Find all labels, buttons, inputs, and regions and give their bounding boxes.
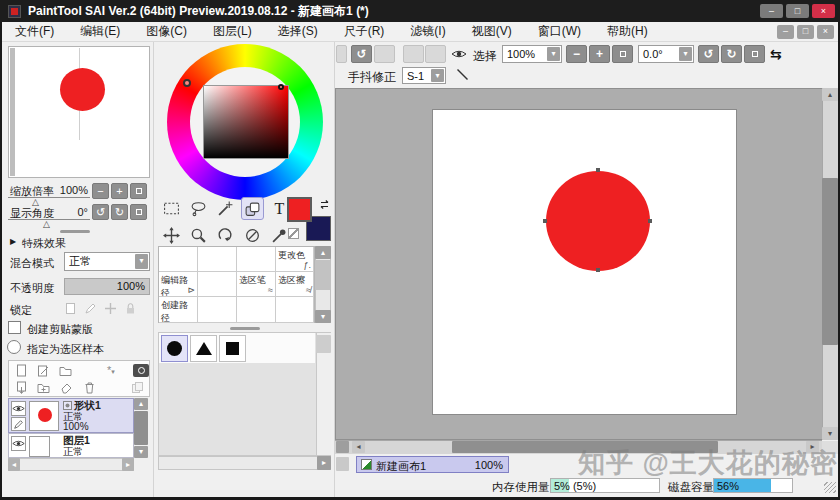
new-layer-icon[interactable] [15,364,29,377]
document-tab[interactable]: 新建画布1 100% [356,456,509,473]
shape-handle-top[interactable] [596,168,600,172]
lock-pencil-icon[interactable] [84,302,97,315]
tool-cell-empty[interactable] [159,247,198,272]
undo-button[interactable]: ↺ [351,45,372,63]
tool-list-scrollbar-thumb[interactable] [315,260,331,290]
navigator-preview[interactable] [8,46,150,178]
selection-preview-icon[interactable] [451,48,467,60]
shape-item-triangle[interactable] [190,335,217,362]
shape-palette-scroll-right-button[interactable]: ▸ [317,456,331,470]
shape-palette-scrollbar-thumb[interactable] [316,335,331,353]
layers-scroll-left-button[interactable]: ◂ [8,458,20,471]
panel-toggle-button[interactable] [336,45,347,63]
viewport-scroll-up-button[interactable]: ▴ [822,88,838,101]
zoom-reset-button[interactable] [130,183,147,199]
layer-mask-button[interactable] [133,364,149,377]
reset-view-tool-button[interactable] [241,224,264,247]
menu-window[interactable]: 窗口(W) [525,22,594,41]
canvas-rotate-ccw-button[interactable]: ↺ [698,45,719,63]
menu-filter[interactable]: 滤镜(I) [397,22,458,41]
angle-slider-marker[interactable]: △ [43,220,50,228]
tool-cell-empty[interactable] [198,272,237,297]
new-folder-icon[interactable] [59,364,73,377]
opacity-slider[interactable]: 100% [64,278,150,295]
minimize-button[interactable]: – [760,4,783,18]
clear-layer-icon[interactable] [59,381,73,394]
menu-view[interactable]: 视图(V) [459,22,525,41]
panel-divider-grip[interactable] [230,327,260,330]
lock-paper-icon[interactable] [64,302,77,315]
flip-horizontal-icon[interactable]: ⇆ [770,46,782,62]
new-sketch-layer-icon[interactable] [37,364,51,377]
menu-edit[interactable]: 编辑(E) [67,22,133,41]
rotate-view-tool-button[interactable] [214,224,237,247]
layers-scroll-up-button[interactable]: ▴ [134,398,148,410]
layer-visibility-toggle[interactable] [11,401,26,416]
close-button[interactable]: × [812,4,835,18]
selection-sample-radio[interactable] [7,340,21,354]
tool-change-color[interactable]: 更改色ƒ. [276,247,314,272]
layer-effect-icon[interactable]: *▾ [107,364,115,376]
chevron-down-icon[interactable]: ▾ [431,69,444,82]
panel-divider-grip[interactable] [60,230,90,233]
chevron-down-icon[interactable]: ▾ [547,47,560,61]
tool-cell-empty[interactable] [276,297,314,323]
viewport-scroll-left-button[interactable]: ◂ [352,441,365,453]
tab-scroll-button[interactable] [336,457,349,471]
marquee-tool-button[interactable] [160,197,183,220]
tool-edit-path[interactable]: 编辑路径⊳ [159,272,198,297]
clipping-mask-checkbox[interactable] [8,321,21,334]
lock-move-icon[interactable] [104,302,117,315]
shape-handle-right[interactable] [648,219,652,223]
menu-file[interactable]: 文件(F) [2,22,67,41]
delete-layer-icon[interactable] [83,381,97,394]
layers-scroll-down-button[interactable]: ▾ [134,446,148,458]
merge-folder-icon[interactable] [37,381,51,394]
angle-reset-button[interactable] [130,204,147,220]
menu-select[interactable]: 选择(S) [265,22,331,41]
sv-marker[interactable] [278,84,284,90]
canvas-rotate-cw-button[interactable]: ↻ [721,45,742,63]
new-view-button[interactable] [336,441,349,453]
rotate-cw-button[interactable]: ↻ [111,204,128,220]
layers-scrollbar-thumb[interactable] [134,411,148,445]
shape-palette-hscrollbar-track[interactable] [158,456,331,470]
menu-help[interactable]: 帮助(H) [594,22,661,41]
line-stroke-icon[interactable] [456,68,469,81]
blend-mode-select[interactable]: 正常 ▾ [64,252,150,271]
viewport-vscrollbar-thumb[interactable] [822,178,838,345]
layer-visibility-toggle[interactable] [11,436,26,451]
layer-item-layer1[interactable]: 图层1 正常 [8,433,134,458]
special-effects-header[interactable]: 特殊效果 [22,236,66,251]
menu-layer[interactable]: 图层(L) [200,22,265,41]
chevron-down-icon[interactable]: ▾ [679,47,692,61]
transparent-color-button[interactable] [288,228,299,239]
maximize-button[interactable]: □ [786,4,809,18]
tool-cell-empty[interactable] [237,297,276,323]
shape-handle-bottom[interactable] [596,268,600,272]
deselect-button[interactable] [403,45,424,63]
swap-colors-icon[interactable] [319,198,332,211]
mdi-restore-button[interactable]: □ [797,25,814,39]
tool-selection-eraser[interactable]: 选区擦≉ [276,272,314,297]
navigator-zoom-slider[interactable] [8,197,90,198]
stabilizer-combo[interactable]: S-1 ▾ [402,67,446,84]
tool-create-path[interactable]: 创建路径 [159,297,198,323]
shape-item-circle[interactable] [161,335,188,362]
foreground-color-swatch[interactable] [287,197,312,222]
saturation-value-square[interactable] [203,85,289,159]
canvas-angle-combo[interactable]: 0.0° ▾ [638,45,694,63]
chevron-down-icon[interactable]: ▾ [135,254,148,269]
shape-item-square[interactable] [219,335,246,362]
zoom-in-button[interactable]: + [111,183,128,199]
canvas-angle-reset-button[interactable] [744,45,765,63]
magic-wand-tool-button[interactable] [214,197,237,220]
tool-list-scroll-down-button[interactable]: ▾ [315,310,331,323]
menu-ruler[interactable]: 尺子(R) [331,22,398,41]
mdi-close-button[interactable]: × [817,25,834,39]
canvas-zoom-in-button[interactable]: + [589,45,610,63]
move-tool-button[interactable] [160,224,183,247]
transfer-down-icon[interactable] [15,381,29,394]
zoom-slider-marker[interactable]: △ [32,198,39,206]
tool-cell-empty[interactable] [198,247,237,272]
